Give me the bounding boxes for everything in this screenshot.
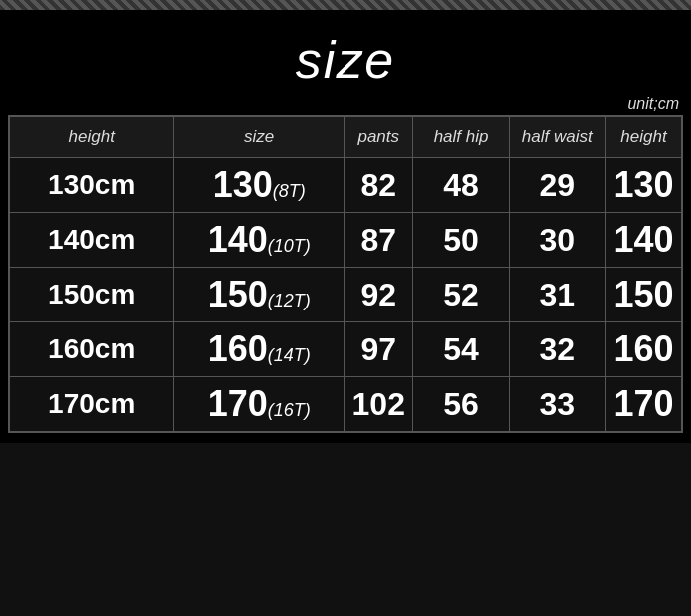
cell-height-val-0: 130 (605, 158, 682, 213)
cell-height-val-3: 160 (605, 322, 682, 377)
cell-halfhip-4: 56 (413, 377, 509, 433)
cell-height-label-2: 150cm (9, 268, 174, 322)
cell-size-3: 160(14T) (174, 322, 345, 377)
cell-height-label-0: 130cm (9, 158, 174, 213)
table-row: 150cm 150(12T) 92 52 31 150 (9, 268, 682, 322)
cell-height-label-1: 140cm (9, 213, 174, 268)
decorative-top-bar (0, 0, 691, 10)
cell-halfwaist-0: 29 (509, 158, 605, 213)
cell-halfhip-1: 50 (413, 213, 509, 268)
col-header-pants: pants (345, 116, 413, 158)
col-header-halfhip: half hip (413, 116, 509, 158)
cell-height-val-1: 140 (605, 213, 682, 268)
table-row: 160cm 160(14T) 97 54 32 160 (9, 322, 682, 377)
table-row: 170cm 170(16T) 102 56 33 170 (9, 377, 682, 433)
cell-size-1: 140(10T) (174, 213, 345, 268)
unit-label: unit;cm (0, 95, 691, 115)
cell-height-label-3: 160cm (9, 322, 174, 377)
cell-height-val-4: 170 (605, 377, 682, 433)
table-wrapper: height size pants half hip half waist he… (0, 115, 691, 443)
col-header-height2: height (605, 116, 682, 158)
cell-halfwaist-2: 31 (509, 268, 605, 322)
col-header-halfwaist: half waist (509, 116, 605, 158)
cell-pants-4: 102 (345, 377, 413, 433)
cell-pants-3: 97 (345, 322, 413, 377)
col-header-size: size (174, 116, 345, 158)
cell-halfhip-3: 54 (413, 322, 509, 377)
cell-pants-0: 82 (345, 158, 413, 213)
cell-size-4: 170(16T) (174, 377, 345, 433)
page-title: size (0, 30, 691, 90)
cell-height-val-2: 150 (605, 268, 682, 322)
size-table: height size pants half hip half waist he… (8, 115, 683, 433)
cell-halfwaist-3: 32 (509, 322, 605, 377)
cell-halfwaist-1: 30 (509, 213, 605, 268)
cell-size-0: 130(8T) (174, 158, 345, 213)
cell-halfhip-2: 52 (413, 268, 509, 322)
header-section: size (0, 10, 691, 95)
cell-halfwaist-4: 33 (509, 377, 605, 433)
cell-size-2: 150(12T) (174, 268, 345, 322)
table-row: 140cm 140(10T) 87 50 30 140 (9, 213, 682, 268)
table-header-row: height size pants half hip half waist he… (9, 116, 682, 158)
cell-height-label-4: 170cm (9, 377, 174, 433)
cell-halfhip-0: 48 (413, 158, 509, 213)
cell-pants-2: 92 (345, 268, 413, 322)
table-row: 130cm 130(8T) 82 48 29 130 (9, 158, 682, 213)
col-header-height: height (9, 116, 174, 158)
cell-pants-1: 87 (345, 213, 413, 268)
